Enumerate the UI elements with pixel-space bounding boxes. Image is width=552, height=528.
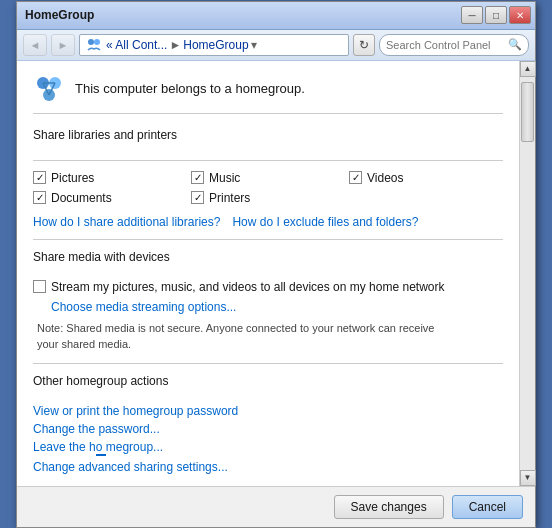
share-divider [33, 160, 503, 161]
main-window: HomeGroup ─ □ ✕ ◄ ► « All Cont... ► Home… [16, 1, 536, 528]
documents-checkbox[interactable] [33, 191, 46, 204]
breadcrumb-separator: ► [169, 38, 181, 52]
music-item: Music [191, 171, 345, 185]
share-section-title: Share libraries and printers [33, 128, 177, 142]
scroll-down-button[interactable]: ▼ [520, 470, 536, 486]
documents-item: Documents [33, 191, 187, 205]
minimize-button[interactable]: ─ [461, 6, 483, 24]
other-divider [33, 363, 503, 364]
library-links-row: How do I share additional libraries? How… [33, 215, 503, 229]
leave-homegroup-link[interactable]: Leave the homegroup... [33, 440, 503, 456]
homegroup-icon [86, 37, 102, 53]
close-button[interactable]: ✕ [509, 6, 531, 24]
scrollbar: ▲ ▼ [519, 61, 535, 486]
printers-item: Printers [191, 191, 345, 205]
header-description: This computer belongs to a homegroup. [75, 81, 305, 96]
other-actions-links: View or print the homegroup password Cha… [33, 404, 503, 474]
documents-label: Documents [51, 191, 112, 205]
other-actions-title: Other homegroup actions [33, 374, 168, 388]
svg-point-1 [94, 39, 100, 45]
search-box[interactable]: 🔍 [379, 34, 529, 56]
breadcrumb-current: HomeGroup [183, 38, 248, 52]
scroll-thumb[interactable] [521, 82, 534, 142]
homegroup-header: This computer belongs to a homegroup. [33, 73, 503, 114]
toolbar: ◄ ► « All Cont... ► HomeGroup ▾ ↻ 🔍 [17, 30, 535, 61]
window-title: HomeGroup [25, 8, 94, 22]
footer: Save changes Cancel [17, 486, 535, 527]
scroll-track [520, 77, 535, 470]
content-area: This computer belongs to a homegroup. Sh… [17, 61, 535, 486]
pictures-checkbox[interactable] [33, 171, 46, 184]
search-input[interactable] [386, 39, 508, 51]
streaming-options-link[interactable]: Choose media streaming options... [51, 300, 236, 314]
additional-libraries-link[interactable]: How do I share additional libraries? [33, 215, 220, 229]
cancel-button[interactable]: Cancel [452, 495, 523, 519]
save-changes-button[interactable]: Save changes [334, 495, 444, 519]
pictures-label: Pictures [51, 171, 94, 185]
address-bar[interactable]: « All Cont... ► HomeGroup ▾ [79, 34, 349, 56]
pictures-item: Pictures [33, 171, 187, 185]
maximize-button[interactable]: □ [485, 6, 507, 24]
media-section-title: Share media with devices [33, 250, 170, 264]
breadcrumb-prefix: « All Cont... [106, 38, 167, 52]
other-actions-header: Other homegroup actions [33, 374, 503, 396]
stream-label: Stream my pictures, music, and videos to… [51, 280, 445, 294]
videos-checkbox[interactable] [349, 171, 362, 184]
svg-point-0 [88, 39, 94, 45]
forward-button[interactable]: ► [51, 34, 75, 56]
videos-label: Videos [367, 171, 403, 185]
checkboxes-grid: Pictures Music Videos Documents Printers [33, 171, 503, 205]
breadcrumb-dropdown[interactable]: ▾ [251, 38, 257, 52]
change-password-link[interactable]: Change the password... [33, 422, 503, 436]
videos-item: Videos [349, 171, 503, 185]
refresh-button[interactable]: ↻ [353, 34, 375, 56]
main-panel: This computer belongs to a homegroup. Sh… [17, 61, 519, 486]
homegroup-large-icon [33, 73, 65, 105]
share-section-header: Share libraries and printers [33, 128, 503, 150]
music-checkbox[interactable] [191, 171, 204, 184]
title-bar: HomeGroup ─ □ ✕ [17, 2, 535, 30]
media-divider [33, 239, 503, 240]
title-bar-buttons: ─ □ ✕ [461, 6, 531, 24]
advanced-sharing-link[interactable]: Change advanced sharing settings... [33, 460, 503, 474]
printers-label: Printers [209, 191, 250, 205]
exclude-files-link[interactable]: How do I exclude files and folders? [232, 215, 418, 229]
view-password-link[interactable]: View or print the homegroup password [33, 404, 503, 418]
media-section-header: Share media with devices [33, 250, 503, 272]
music-label: Music [209, 171, 240, 185]
stream-row: Stream my pictures, music, and videos to… [33, 280, 503, 294]
search-icon: 🔍 [508, 38, 522, 51]
printers-checkbox[interactable] [191, 191, 204, 204]
scroll-up-button[interactable]: ▲ [520, 61, 536, 77]
stream-checkbox[interactable] [33, 280, 46, 293]
media-note: Note: Shared media is not secure. Anyone… [33, 320, 503, 353]
back-button[interactable]: ◄ [23, 34, 47, 56]
